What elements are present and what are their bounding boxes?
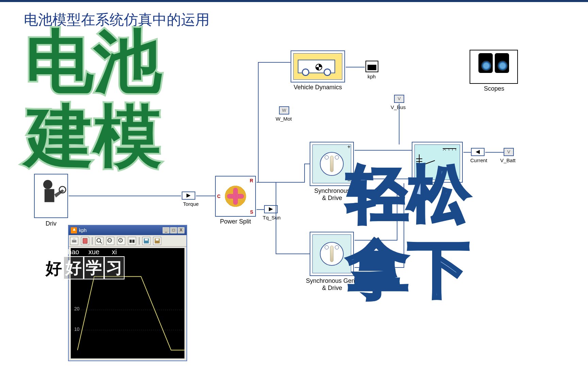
scopes-block[interactable] bbox=[470, 50, 518, 84]
zoom-y-icon[interactable] bbox=[117, 237, 125, 245]
matlab-icon bbox=[71, 227, 77, 233]
overlay-blue-line1: 轻松 bbox=[347, 164, 470, 225]
gear-icon bbox=[222, 183, 249, 210]
current-from[interactable] bbox=[471, 148, 485, 156]
signal-line bbox=[399, 104, 399, 144]
svg-rect-1 bbox=[45, 189, 54, 202]
overlay-blue-line2: 拿下 bbox=[347, 239, 470, 300]
kph-label: kph bbox=[368, 74, 376, 79]
motor-icon bbox=[312, 144, 351, 183]
vehicle-icon bbox=[293, 53, 342, 80]
overlay-green-line1: 电池 bbox=[26, 27, 162, 95]
kph-scope-block[interactable] bbox=[365, 61, 378, 72]
signal-line bbox=[485, 152, 504, 153]
restore-config-icon[interactable] bbox=[153, 237, 161, 245]
svg-rect-12 bbox=[130, 240, 132, 243]
power-split-label: Power Split bbox=[201, 218, 270, 225]
v-bus-tag[interactable]: V bbox=[394, 95, 404, 103]
signal-line bbox=[258, 62, 259, 183]
maximize-button[interactable]: □ bbox=[170, 227, 177, 233]
svg-line-7 bbox=[100, 241, 102, 243]
port-c: C bbox=[217, 194, 220, 199]
vehicle-dynamics-block[interactable] bbox=[291, 50, 345, 82]
signal-line bbox=[258, 62, 291, 63]
save-config-icon[interactable] bbox=[142, 237, 150, 245]
vehicle-dynamics-label: Vehicle Dynamics bbox=[284, 84, 352, 91]
signal-line bbox=[355, 150, 412, 151]
subtitle-char: 好 bbox=[44, 258, 63, 279]
signal-line bbox=[257, 182, 304, 183]
driver-block[interactable] bbox=[34, 174, 68, 218]
subtitle-char-active: hao 好 bbox=[63, 256, 84, 279]
svg-rect-3 bbox=[72, 240, 77, 242]
signal-line bbox=[69, 196, 181, 196]
w-mot-label: W_Mot bbox=[276, 116, 292, 122]
svg-rect-5 bbox=[83, 238, 87, 243]
tq-sun-label: Tq_Sun bbox=[263, 215, 281, 220]
pinyin: xue bbox=[88, 248, 99, 256]
svg-rect-15 bbox=[145, 239, 148, 241]
svg-rect-17 bbox=[156, 239, 159, 241]
cg-icon bbox=[315, 64, 322, 71]
y-tick-20: 20 bbox=[74, 306, 80, 311]
subtitle: 好 hao 好 xue 学 xi 习 bbox=[44, 256, 125, 279]
port-s: S bbox=[250, 209, 253, 215]
torque-label: Torque bbox=[183, 201, 199, 207]
overlay-green-line2: 建模 bbox=[26, 102, 162, 170]
svg-rect-13 bbox=[132, 240, 134, 243]
signal-line bbox=[276, 183, 276, 254]
minimize-button[interactable]: _ bbox=[163, 227, 169, 233]
scope-toolbar bbox=[69, 235, 186, 247]
subtitle-char-active: xue 学 bbox=[84, 256, 104, 279]
y-tick-10: 10 bbox=[74, 326, 80, 332]
pinyin: xi bbox=[112, 248, 117, 256]
scopes-label: Scopes bbox=[460, 85, 528, 92]
scope-title: kph bbox=[79, 228, 162, 233]
signal-line bbox=[463, 152, 471, 153]
signal-line bbox=[196, 196, 215, 196]
power-split-block[interactable]: R S C bbox=[215, 176, 256, 217]
current-label: Current bbox=[470, 157, 487, 163]
zoom-x-icon[interactable] bbox=[106, 237, 114, 245]
pinyin: hao bbox=[68, 248, 79, 256]
svg-rect-4 bbox=[73, 238, 75, 240]
port-r: R bbox=[250, 178, 253, 183]
w-mot-tag[interactable]: W bbox=[279, 106, 289, 114]
close-button[interactable]: X bbox=[178, 227, 184, 233]
signal-line bbox=[304, 164, 310, 164]
params-icon[interactable] bbox=[81, 237, 89, 245]
v-batt-label: V_Batt bbox=[500, 157, 516, 163]
print-icon[interactable] bbox=[70, 237, 78, 245]
subtitle-char-active: xi 习 bbox=[104, 256, 125, 279]
signal-line bbox=[257, 209, 264, 210]
v-batt-tag[interactable]: V bbox=[504, 148, 514, 156]
signal-line bbox=[304, 164, 305, 183]
top-border bbox=[0, 0, 588, 2]
generator-icon bbox=[312, 234, 351, 273]
zoom-in-icon[interactable] bbox=[95, 237, 103, 245]
binoculars-icon bbox=[472, 53, 516, 82]
v-bus-label: V_Bus bbox=[391, 104, 406, 110]
svg-point-0 bbox=[43, 180, 52, 189]
torque-goto[interactable] bbox=[182, 191, 195, 200]
autoscale-icon[interactable] bbox=[128, 237, 136, 245]
scope-titlebar[interactable]: kph _ □ X bbox=[69, 226, 186, 235]
kph-scope-window[interactable]: kph _ □ X 10 20 bbox=[68, 225, 187, 361]
signal-line bbox=[346, 67, 365, 67]
signal-line bbox=[276, 254, 310, 254]
